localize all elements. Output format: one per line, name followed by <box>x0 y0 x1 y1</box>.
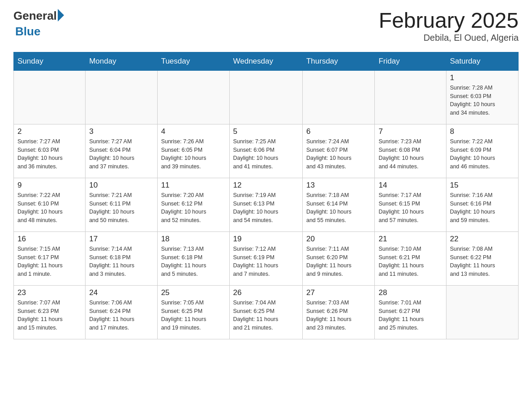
calendar-day-cell <box>302 70 375 124</box>
day-info: Sunrise: 7:01 AM Sunset: 6:27 PM Dayligh… <box>378 299 442 332</box>
calendar-day-cell: 19Sunrise: 7:12 AM Sunset: 6:19 PM Dayli… <box>229 231 302 285</box>
day-info: Sunrise: 7:03 AM Sunset: 6:26 PM Dayligh… <box>306 299 371 332</box>
calendar-day-cell: 1Sunrise: 7:28 AM Sunset: 6:03 PM Daylig… <box>446 70 518 124</box>
day-info: Sunrise: 7:25 AM Sunset: 6:06 PM Dayligh… <box>233 137 299 171</box>
day-info: Sunrise: 7:22 AM Sunset: 6:10 PM Dayligh… <box>17 191 82 225</box>
day-info: Sunrise: 7:07 AM Sunset: 6:23 PM Dayligh… <box>17 299 82 332</box>
calendar-day-cell: 14Sunrise: 7:17 AM Sunset: 6:15 PM Dayli… <box>375 178 446 231</box>
day-info: Sunrise: 7:14 AM Sunset: 6:18 PM Dayligh… <box>89 245 153 278</box>
day-number: 1 <box>450 73 515 82</box>
day-info: Sunrise: 7:16 AM Sunset: 6:16 PM Dayligh… <box>450 191 515 225</box>
calendar-day-cell: 21Sunrise: 7:10 AM Sunset: 6:21 PM Dayli… <box>375 231 446 285</box>
day-number: 8 <box>450 127 515 136</box>
day-info: Sunrise: 7:23 AM Sunset: 6:08 PM Dayligh… <box>378 137 442 171</box>
day-number: 2 <box>17 127 82 136</box>
day-info: Sunrise: 7:21 AM Sunset: 6:11 PM Dayligh… <box>89 191 153 225</box>
calendar-day-cell: 5Sunrise: 7:25 AM Sunset: 6:06 PM Daylig… <box>229 124 302 178</box>
calendar-day-cell: 8Sunrise: 7:22 AM Sunset: 6:09 PM Daylig… <box>446 124 518 178</box>
day-number: 11 <box>161 181 226 190</box>
day-number: 16 <box>17 235 82 244</box>
calendar-day-cell: 16Sunrise: 7:15 AM Sunset: 6:17 PM Dayli… <box>14 231 86 285</box>
calendar-week-3: 9Sunrise: 7:22 AM Sunset: 6:10 PM Daylig… <box>14 178 519 231</box>
header-monday: Monday <box>86 52 157 70</box>
calendar-day-cell: 27Sunrise: 7:03 AM Sunset: 6:26 PM Dayli… <box>302 285 375 339</box>
day-number: 6 <box>306 127 371 136</box>
calendar-day-cell: 25Sunrise: 7:05 AM Sunset: 6:25 PM Dayli… <box>157 285 229 339</box>
day-info: Sunrise: 7:22 AM Sunset: 6:09 PM Dayligh… <box>450 137 515 171</box>
day-number: 15 <box>450 181 515 190</box>
day-number: 13 <box>306 181 371 190</box>
calendar-week-2: 2Sunrise: 7:27 AM Sunset: 6:03 PM Daylig… <box>14 124 519 178</box>
day-info: Sunrise: 7:10 AM Sunset: 6:21 PM Dayligh… <box>378 245 442 278</box>
day-number: 27 <box>306 288 371 297</box>
calendar-month-year: February 2025 <box>379 9 519 33</box>
header-wednesday: Wednesday <box>229 52 302 70</box>
day-number: 24 <box>89 288 153 297</box>
calendar-table: SundayMondayTuesdayWednesdayThursdayFrid… <box>13 52 519 339</box>
calendar-week-5: 23Sunrise: 7:07 AM Sunset: 6:23 PM Dayli… <box>14 285 519 339</box>
day-info: Sunrise: 7:13 AM Sunset: 6:18 PM Dayligh… <box>161 245 226 278</box>
header-sunday: Sunday <box>14 52 86 70</box>
page-header: General Blue February 2025 Debila, El Ou… <box>13 9 519 43</box>
day-info: Sunrise: 7:08 AM Sunset: 6:22 PM Dayligh… <box>450 245 515 278</box>
calendar-day-cell: 12Sunrise: 7:19 AM Sunset: 6:13 PM Dayli… <box>229 178 302 231</box>
day-info: Sunrise: 7:18 AM Sunset: 6:14 PM Dayligh… <box>306 191 371 225</box>
calendar-day-cell: 22Sunrise: 7:08 AM Sunset: 6:22 PM Dayli… <box>446 231 518 285</box>
day-number: 14 <box>378 181 442 190</box>
header-saturday: Saturday <box>446 52 518 70</box>
calendar-day-cell: 10Sunrise: 7:21 AM Sunset: 6:11 PM Dayli… <box>86 178 157 231</box>
header-friday: Friday <box>375 52 446 70</box>
calendar-day-cell: 15Sunrise: 7:16 AM Sunset: 6:16 PM Dayli… <box>446 178 518 231</box>
day-number: 23 <box>17 288 82 297</box>
day-number: 9 <box>17 181 82 190</box>
day-number: 18 <box>161 235 226 244</box>
day-number: 20 <box>306 235 371 244</box>
calendar-day-cell <box>229 70 302 124</box>
calendar-day-cell: 26Sunrise: 7:04 AM Sunset: 6:25 PM Dayli… <box>229 285 302 339</box>
calendar-day-cell: 28Sunrise: 7:01 AM Sunset: 6:27 PM Dayli… <box>375 285 446 339</box>
day-number: 3 <box>89 127 153 136</box>
day-number: 12 <box>233 181 299 190</box>
header-thursday: Thursday <box>302 52 375 70</box>
calendar-day-cell: 18Sunrise: 7:13 AM Sunset: 6:18 PM Dayli… <box>157 231 229 285</box>
calendar-day-cell: 2Sunrise: 7:27 AM Sunset: 6:03 PM Daylig… <box>14 124 86 178</box>
calendar-day-cell: 6Sunrise: 7:24 AM Sunset: 6:07 PM Daylig… <box>302 124 375 178</box>
calendar-title-area: February 2025 Debila, El Oued, Algeria <box>379 9 519 43</box>
calendar-day-cell <box>86 70 157 124</box>
day-info: Sunrise: 7:19 AM Sunset: 6:13 PM Dayligh… <box>233 191 299 225</box>
calendar-day-cell <box>446 285 518 339</box>
day-info: Sunrise: 7:24 AM Sunset: 6:07 PM Dayligh… <box>306 137 371 171</box>
day-info: Sunrise: 7:15 AM Sunset: 6:17 PM Dayligh… <box>17 245 82 278</box>
calendar-day-cell: 4Sunrise: 7:26 AM Sunset: 6:05 PM Daylig… <box>157 124 229 178</box>
calendar-day-cell: 23Sunrise: 7:07 AM Sunset: 6:23 PM Dayli… <box>14 285 86 339</box>
logo: General Blue <box>13 9 64 39</box>
day-number: 7 <box>378 127 442 136</box>
day-info: Sunrise: 7:27 AM Sunset: 6:04 PM Dayligh… <box>89 137 153 171</box>
calendar-week-1: 1Sunrise: 7:28 AM Sunset: 6:03 PM Daylig… <box>14 70 519 124</box>
day-number: 21 <box>378 235 442 244</box>
day-number: 19 <box>233 235 299 244</box>
day-number: 5 <box>233 127 299 136</box>
calendar-location: Debila, El Oued, Algeria <box>379 33 519 43</box>
calendar-day-cell <box>375 70 446 124</box>
calendar-day-cell: 24Sunrise: 7:06 AM Sunset: 6:24 PM Dayli… <box>86 285 157 339</box>
calendar-week-4: 16Sunrise: 7:15 AM Sunset: 6:17 PM Dayli… <box>14 231 519 285</box>
calendar-day-cell: 9Sunrise: 7:22 AM Sunset: 6:10 PM Daylig… <box>14 178 86 231</box>
day-number: 28 <box>378 288 442 297</box>
calendar-header-row: SundayMondayTuesdayWednesdayThursdayFrid… <box>14 52 519 70</box>
calendar-day-cell: 11Sunrise: 7:20 AM Sunset: 6:12 PM Dayli… <box>157 178 229 231</box>
day-number: 10 <box>89 181 153 190</box>
day-number: 25 <box>161 288 226 297</box>
day-info: Sunrise: 7:12 AM Sunset: 6:19 PM Dayligh… <box>233 245 299 278</box>
calendar-day-cell <box>14 70 86 124</box>
logo-arrow-icon <box>58 9 64 21</box>
day-number: 22 <box>450 235 515 244</box>
calendar-day-cell: 3Sunrise: 7:27 AM Sunset: 6:04 PM Daylig… <box>86 124 157 178</box>
day-info: Sunrise: 7:11 AM Sunset: 6:20 PM Dayligh… <box>306 245 371 278</box>
day-info: Sunrise: 7:27 AM Sunset: 6:03 PM Dayligh… <box>17 137 82 171</box>
logo-blue-text: Blue <box>15 25 64 39</box>
day-info: Sunrise: 7:06 AM Sunset: 6:24 PM Dayligh… <box>89 299 153 332</box>
logo-general-text: General <box>13 9 57 23</box>
calendar-day-cell: 17Sunrise: 7:14 AM Sunset: 6:18 PM Dayli… <box>86 231 157 285</box>
calendar-day-cell: 20Sunrise: 7:11 AM Sunset: 6:20 PM Dayli… <box>302 231 375 285</box>
